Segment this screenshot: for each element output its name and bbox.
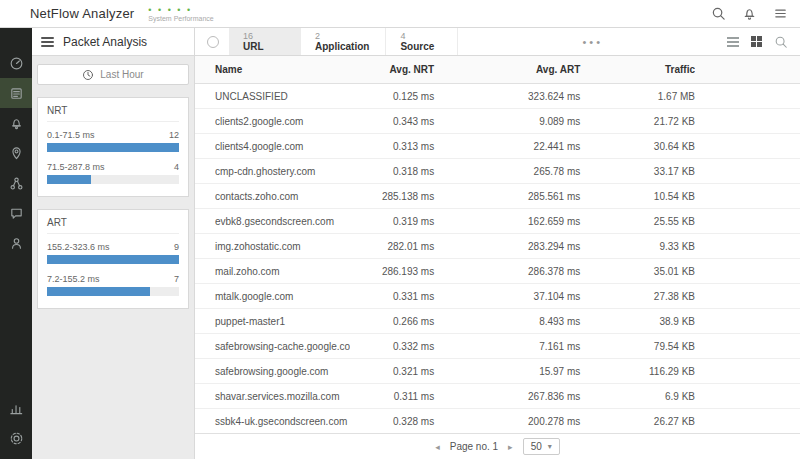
bar: [47, 175, 91, 184]
bucket-label: 0.1-71.5 ms: [47, 130, 95, 140]
bucket-row[interactable]: 71.5-287.8 ms4: [47, 162, 179, 184]
bucket-row[interactable]: 0.1-71.5 ms12: [47, 130, 179, 152]
tab-label: URL: [243, 41, 284, 53]
nav-maps[interactable]: [0, 138, 32, 168]
tabs-bar: 16URL2Application4Source •••: [195, 28, 800, 56]
column-header[interactable]: Avg. NRT: [350, 64, 479, 75]
cell-art: 323.624 ms: [479, 91, 602, 102]
panel-title: Packet Analysis: [63, 35, 147, 49]
bucket-count: 7: [174, 274, 179, 284]
menu-icon[interactable]: [773, 6, 788, 21]
select-all-circle[interactable]: [207, 36, 219, 48]
cell-name: contacts.zoho.com: [215, 191, 350, 202]
tab-label: Source: [400, 41, 441, 53]
list-view-icon[interactable]: [727, 37, 739, 47]
cell-nrt: 0.266 ms: [350, 316, 479, 327]
bar-track: [47, 143, 179, 152]
bucket-row[interactable]: 7.2-155.2 ms7: [47, 274, 179, 296]
metric-card-nrt: NRT0.1-71.5 ms1271.5-287.8 ms4: [37, 97, 189, 197]
page-number-label: Page no. 1: [450, 441, 498, 452]
cell-name: img.zohostatic.com: [215, 241, 350, 252]
column-header[interactable]: Avg. ART: [479, 64, 602, 75]
cell-art: 15.97 ms: [479, 366, 602, 377]
tab-source[interactable]: 4Source: [386, 28, 458, 55]
bar-track: [47, 287, 179, 296]
cell-nrt: 0.125 ms: [350, 91, 479, 102]
cell-traffic: 27.38 KB: [602, 291, 695, 302]
alarm-bell-icon: [9, 116, 24, 131]
top-bar: NetFlow Analyzer • • • • • System Perfor…: [0, 0, 800, 28]
bar-chart-icon: [9, 401, 24, 416]
nav-users[interactable]: [0, 228, 32, 258]
cell-nrt: 0.321 ms: [350, 366, 479, 377]
table-row[interactable]: clients2.google.com0.343 ms9.089 ms21.72…: [195, 109, 800, 134]
prev-page-icon[interactable]: ◂: [435, 442, 440, 452]
column-header[interactable]: Traffic: [602, 64, 695, 75]
cell-name: puppet-master1: [215, 316, 350, 327]
time-filter-button[interactable]: Last Hour: [37, 64, 189, 85]
cell-name: UNCLASSIFIED: [215, 91, 350, 102]
bucket-label: 155.2-323.6 ms: [47, 242, 110, 252]
nav-dashboard[interactable]: [0, 48, 32, 78]
clock-icon: [82, 69, 94, 81]
bucket-row[interactable]: 155.2-323.6 ms9: [47, 242, 179, 264]
tab-url[interactable]: 16URL: [229, 28, 301, 55]
cell-name: clients2.google.com: [215, 116, 350, 127]
nav-topology[interactable]: [0, 168, 32, 198]
table-row[interactable]: contacts.zoho.com285.138 ms285.561 ms10.…: [195, 184, 800, 209]
nav-chat[interactable]: [0, 198, 32, 228]
table-row[interactable]: UNCLASSIFIED0.125 ms323.624 ms1.67 MB: [195, 84, 800, 109]
table-row[interactable]: img.zohostatic.com282.01 ms283.294 ms9.3…: [195, 234, 800, 259]
search-icon[interactable]: [711, 6, 726, 21]
bar-track: [47, 175, 179, 184]
main-content: 16URL2Application4Source ••• NameAvg. NR…: [195, 28, 800, 459]
cell-traffic: 10.54 KB: [602, 191, 695, 202]
cell-art: 267.836 ms: [479, 391, 602, 402]
grid-view-icon[interactable]: [751, 36, 762, 47]
tab-label: Application: [315, 41, 369, 53]
table-row[interactable]: cmp-cdn.ghostery.com0.318 ms265.78 ms33.…: [195, 159, 800, 184]
list-icon: [9, 86, 24, 101]
cell-traffic: 1.67 MB: [602, 91, 695, 102]
table-row[interactable]: puppet-master10.266 ms8.493 ms38.9 KB: [195, 309, 800, 334]
gauge-icon: [9, 56, 24, 71]
card-title: ART: [47, 217, 179, 234]
bucket-label: 7.2-155.2 ms: [47, 274, 100, 284]
table-row[interactable]: shavar.services.mozilla.com0.311 ms267.8…: [195, 384, 800, 409]
column-header[interactable]: Name: [215, 64, 350, 75]
bucket-count: 9: [174, 242, 179, 252]
cell-nrt: 0.319 ms: [350, 216, 479, 227]
cell-art: 37.104 ms: [479, 291, 602, 302]
table-row[interactable]: mtalk.google.com0.331 ms37.104 ms27.38 K…: [195, 284, 800, 309]
table-row[interactable]: mail.zoho.com286.193 ms286.378 ms35.01 K…: [195, 259, 800, 284]
next-page-icon[interactable]: ▸: [508, 442, 513, 452]
page-size-select[interactable]: 50 ▾: [523, 438, 560, 455]
cell-traffic: 33.17 KB: [602, 166, 695, 177]
table-row[interactable]: ssbk4-uk.gsecondscreen.com0.328 ms200.27…: [195, 409, 800, 433]
cell-art: 286.378 ms: [479, 266, 602, 277]
table-row[interactable]: safebrowsing-cache.google.com0.332 ms7.1…: [195, 334, 800, 359]
nav-alarms[interactable]: [0, 108, 32, 138]
system-performance-status[interactable]: • • • • • System Performance: [148, 6, 213, 22]
nav-settings[interactable]: [0, 423, 32, 453]
cell-name: clients4.google.com: [215, 141, 350, 152]
table-row[interactable]: evbk8.gsecondscreen.com0.319 ms162.659 m…: [195, 209, 800, 234]
left-icon-rail: [0, 28, 32, 459]
table-row[interactable]: clients4.google.com0.313 ms22.441 ms30.6…: [195, 134, 800, 159]
map-pin-icon: [9, 146, 24, 161]
nav-inventory[interactable]: [0, 78, 32, 108]
gear-icon: [9, 431, 24, 446]
cell-nrt: 286.193 ms: [350, 266, 479, 277]
tab-application[interactable]: 2Application: [301, 28, 386, 55]
table-search-icon[interactable]: [774, 35, 788, 49]
overflow-menu[interactable]: •••: [458, 28, 727, 55]
nav-reports[interactable]: [0, 393, 32, 423]
panel-menu-icon[interactable]: [41, 37, 54, 47]
cell-traffic: 30.64 KB: [602, 141, 695, 152]
status-label: System Performance: [148, 15, 213, 22]
cell-art: 8.493 ms: [479, 316, 602, 327]
cell-name: safebrowsing.google.com: [215, 366, 350, 377]
cell-traffic: 35.01 KB: [602, 266, 695, 277]
table-row[interactable]: safebrowsing.google.com0.321 ms15.97 ms1…: [195, 359, 800, 384]
notifications-bell-icon[interactable]: [742, 6, 757, 21]
